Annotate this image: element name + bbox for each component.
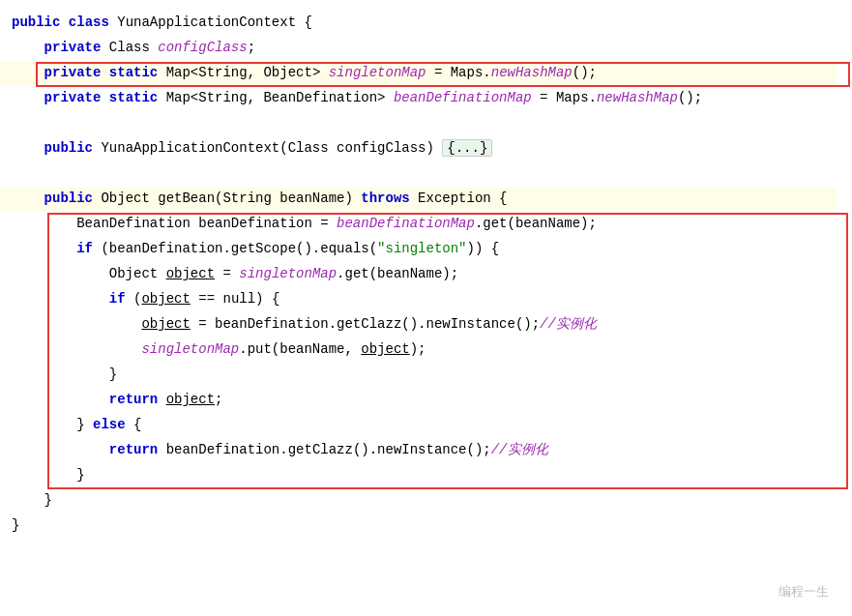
watermark: 编程一生 xyxy=(779,583,829,601)
code-line-4: private static Map<String, BeanDefinatio… xyxy=(0,87,852,112)
code-line-14: singletonMap.put(beanName, object); xyxy=(0,338,852,364)
code-line-17: } else { xyxy=(0,414,852,439)
line-content-2: private Class configClass; xyxy=(0,37,837,60)
line-content-16: return object; xyxy=(0,389,837,412)
line-content-4: private static Map<String, BeanDefinatio… xyxy=(0,87,837,110)
code-line-1: public class YunaApplicationContext { xyxy=(0,12,852,37)
code-line-18: return beanDefination.getClazz().newInst… xyxy=(0,439,852,464)
code-line-12: if (object == null) { xyxy=(0,288,852,313)
code-line-21: } xyxy=(0,514,852,540)
code-line-11: Object object = singletonMap.get(beanNam… xyxy=(0,263,852,288)
inner-red-block: BeanDefination beanDefination = beanDefi… xyxy=(0,213,852,489)
code-line-13: object = beanDefination.getClazz().newIn… xyxy=(0,313,852,338)
line-content-9: BeanDefination beanDefination = beanDefi… xyxy=(0,213,837,236)
line-content-7 xyxy=(0,162,837,186)
code-line-7 xyxy=(0,162,852,188)
code-line-9: BeanDefination beanDefination = beanDefi… xyxy=(0,213,852,238)
line-content-5 xyxy=(0,112,837,135)
line-content-10: if (beanDefination.getScope().equals("si… xyxy=(0,238,837,261)
line-content-19: } xyxy=(0,464,837,487)
line-content-12: if (object == null) { xyxy=(0,288,837,311)
code-line-5 xyxy=(0,112,852,137)
line-content-11: Object object = singletonMap.get(beanNam… xyxy=(0,263,837,286)
line-content-8: public Object getBean(String beanName) t… xyxy=(0,188,837,211)
code-line-16: return object; xyxy=(0,389,852,414)
code-line-3: private static Map<String, Object> singl… xyxy=(0,62,852,87)
line-content-21: } xyxy=(0,514,837,538)
line-content-14: singletonMap.put(beanName, object); xyxy=(0,338,837,362)
line-content-17: } else { xyxy=(0,414,837,437)
line-content-3: private static Map<String, Object> singl… xyxy=(0,62,837,85)
line-content-13: object = beanDefination.getClazz().newIn… xyxy=(0,313,837,337)
line-content-6: public YunaApplicationContext(Class conf… xyxy=(0,137,837,161)
line-content-15: } xyxy=(0,364,837,387)
code-line-6: public YunaApplicationContext(Class conf… xyxy=(0,137,852,162)
code-line-8: public Object getBean(String beanName) t… xyxy=(0,188,852,213)
code-line-20: } xyxy=(0,489,852,514)
code-container: public class YunaApplicationContext { pr… xyxy=(0,0,852,616)
code-line-19: } xyxy=(0,464,852,489)
line-content-1: public class YunaApplicationContext { xyxy=(0,12,837,35)
code-line-2: private Class configClass; xyxy=(0,37,852,62)
line-content-20: } xyxy=(0,489,837,513)
code-line-15: } xyxy=(0,364,852,389)
code-line-10: if (beanDefination.getScope().equals("si… xyxy=(0,238,852,263)
line-content-18: return beanDefination.getClazz().newInst… xyxy=(0,439,837,462)
